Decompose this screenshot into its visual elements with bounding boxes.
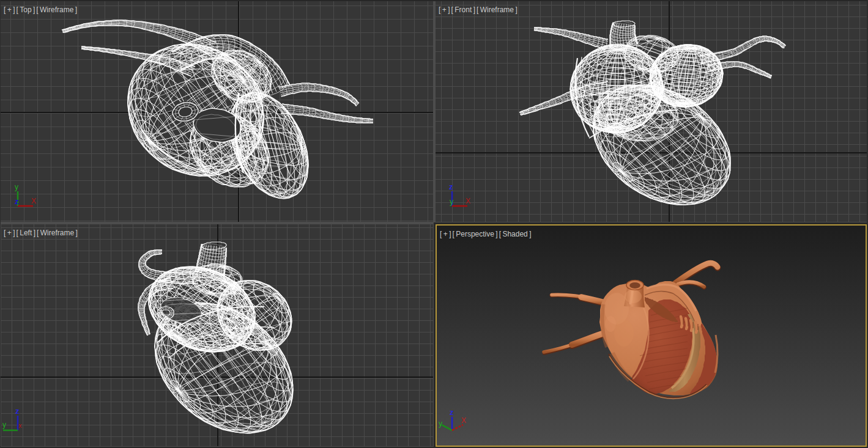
- svg-text:X: X: [461, 416, 466, 425]
- svg-text:z: z: [450, 408, 454, 417]
- svg-text:X: X: [466, 197, 470, 205]
- svg-text:X: X: [31, 197, 36, 205]
- svg-text:y: y: [439, 419, 442, 428]
- svg-text:x: x: [18, 422, 22, 429]
- svg-text:z: z: [15, 197, 19, 206]
- svg-text:y: y: [2, 420, 6, 429]
- svg-text:z: z: [15, 406, 20, 416]
- svg-text:z: z: [449, 182, 453, 191]
- svg-text:y: y: [450, 197, 453, 206]
- svg-text:y: y: [15, 183, 18, 191]
